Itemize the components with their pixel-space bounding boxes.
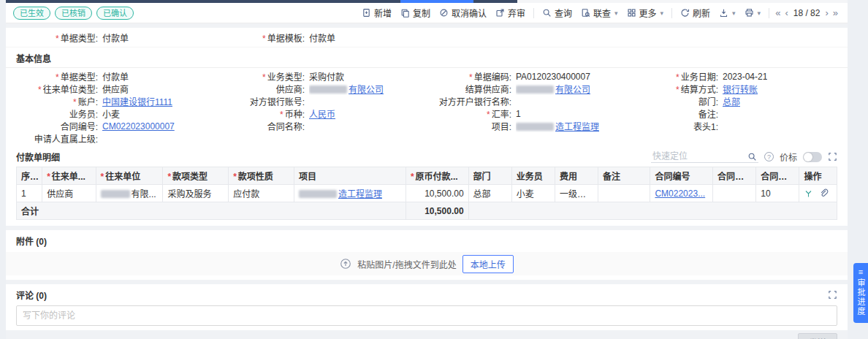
required-mark: *	[262, 72, 266, 83]
copy-button[interactable]: 复制	[396, 7, 435, 19]
col-party: *往来单位	[96, 167, 163, 185]
field-label: *汇率:	[427, 107, 516, 120]
col-label: 往来单位	[105, 172, 140, 182]
linked-query-icon	[581, 8, 590, 18]
more-grid-icon	[627, 8, 636, 18]
contract-no-link[interactable]: CM022023000007	[102, 121, 175, 132]
field-label-text: 表头1:	[693, 122, 718, 132]
attachments-section-title: 附件 (0)	[6, 230, 848, 250]
field-exchange-rate: *汇率: 1	[427, 107, 633, 120]
field-value: 付款单	[309, 31, 335, 44]
total-empty	[468, 202, 837, 220]
refresh-button[interactable]: 刷新	[676, 7, 715, 19]
export-button[interactable]: ▾	[715, 8, 740, 18]
search-icon	[542, 8, 552, 18]
next-page-button[interactable]: ›	[823, 7, 830, 18]
toolbar-separator	[533, 8, 534, 18]
more-button[interactable]: 更多 ▾	[623, 7, 669, 19]
field-label-text: 对方开户银行名称:	[439, 97, 511, 107]
field-value: PA0120230400007	[516, 72, 590, 82]
field-label-text: 项目:	[492, 122, 511, 132]
field-currency: *币种: 人民币	[220, 107, 427, 120]
field-label-text: 结算方式:	[681, 85, 718, 95]
redacted-text	[299, 190, 337, 198]
field-business-type: *业务类型: 采购付款	[220, 70, 427, 83]
quick-locate-input[interactable]	[652, 151, 747, 161]
linked-query-button[interactable]: 联查 ▾	[576, 7, 623, 19]
field-label: *业务日期:	[633, 70, 723, 83]
local-upload-button[interactable]: 本地上传	[462, 255, 514, 273]
row-attachment-button[interactable]	[819, 188, 829, 198]
allocate-icon	[804, 188, 813, 198]
field-label: *业务类型:	[220, 70, 309, 83]
project-link[interactable]: 造工程监理	[516, 120, 599, 132]
field-label-text: 单据类型:	[61, 34, 98, 44]
required-mark: *	[56, 72, 59, 83]
field-label: 合同名称:	[220, 120, 309, 132]
field-label-text: 合同编号:	[61, 122, 98, 132]
department-link[interactable]: 总部	[723, 95, 740, 107]
query-button-label: 查询	[555, 7, 572, 19]
col-pay-type: *款项类型	[163, 167, 229, 185]
send-button[interactable]: 发送	[798, 333, 837, 339]
account-link[interactable]: 中国建设银行1111	[102, 95, 172, 107]
field-label-text: 单据编码:	[474, 72, 511, 83]
field-label-text: 部门:	[698, 97, 718, 107]
field-label-text: 备注:	[698, 110, 718, 120]
field-settlement-supplier: 结算供应商: 有限公司	[427, 83, 633, 95]
prev-page-button[interactable]: ‹	[783, 7, 790, 18]
field-label-text: 供应商:	[276, 85, 305, 95]
last-page-button[interactable]: »	[831, 7, 840, 18]
doc-plus-icon	[362, 8, 371, 18]
comment-footer: 发送	[6, 330, 848, 339]
new-button[interactable]: 新增	[357, 7, 396, 19]
abandon-approval-button[interactable]: 弃审	[491, 7, 530, 19]
basic-info-section-title: 基本信息	[6, 47, 848, 68]
top-fields-row: *单据类型: 付款单 *单据模板: 付款单	[6, 28, 848, 47]
cancel-confirm-button[interactable]: 取消确认	[435, 7, 491, 19]
attachment-dropzone[interactable]: 粘贴图片/拖拽文件到此处 本地上传	[6, 252, 848, 275]
abandon-approval-button-label: 弃审	[508, 7, 525, 19]
fullscreen-icon[interactable]	[828, 290, 837, 300]
settlement-supplier-link[interactable]: 有限公司	[516, 83, 590, 95]
field-label: 表头1:	[633, 120, 723, 132]
search-icon	[747, 152, 757, 161]
fullscreen-icon[interactable]	[828, 152, 837, 161]
comment-input[interactable]	[23, 311, 831, 321]
query-button[interactable]: 查询	[538, 7, 576, 19]
comments-section-header: 评论 (0)	[6, 284, 848, 303]
copy-button-label: 复制	[413, 7, 430, 19]
project-cell-link[interactable]: 造工程监理	[338, 189, 382, 199]
toggle-knob	[804, 153, 812, 161]
required-mark: *	[47, 172, 50, 182]
field-applicant-superior: 申请人直属上级:	[13, 132, 220, 145]
status-badge-written-off: 已核销	[55, 7, 92, 20]
allocate-button[interactable]	[804, 188, 813, 198]
field-remark: 备注:	[633, 107, 840, 120]
field-label: 结算供应商:	[427, 83, 516, 95]
field-label: 合同编号:	[13, 120, 102, 132]
cell-pay-nature: 应付款	[229, 185, 294, 202]
first-page-button[interactable]: «	[773, 7, 783, 18]
paperclip-icon	[819, 188, 829, 198]
currency-link[interactable]: 人民币	[309, 107, 335, 120]
field-supplier: 供应商: 有限公司	[220, 83, 427, 95]
contract-cell-link[interactable]: CM022023...	[655, 188, 705, 199]
field-label-text: 对方银行账号:	[250, 97, 305, 107]
print-button[interactable]: ▾	[740, 8, 766, 18]
status-badge-effective: 已生效	[13, 7, 50, 20]
approval-progress-tab[interactable]: ≡ 审批进度	[853, 263, 868, 323]
price-tag-toggle[interactable]	[803, 152, 822, 162]
chevron-down-icon: ▾	[758, 9, 761, 17]
toolbar-separator	[671, 8, 672, 18]
col-contract-name: 合同名称	[713, 167, 756, 185]
settlement-method-link[interactable]: 银行转账	[723, 83, 758, 95]
cell-party-type: 供应商	[42, 185, 96, 202]
help-icon[interactable]: ?	[764, 152, 774, 161]
supplier-link[interactable]: 有限公司	[309, 83, 384, 95]
field-value: 付款单	[102, 70, 129, 83]
comment-input-box	[16, 305, 837, 326]
active-tab-indicator	[400, 0, 473, 3]
table-row[interactable]: 1 供应商 有限... 采购及服务 应付款 造工程监理 10,500.00 总部…	[17, 185, 837, 202]
cell-expense: 一级费用	[555, 185, 598, 202]
